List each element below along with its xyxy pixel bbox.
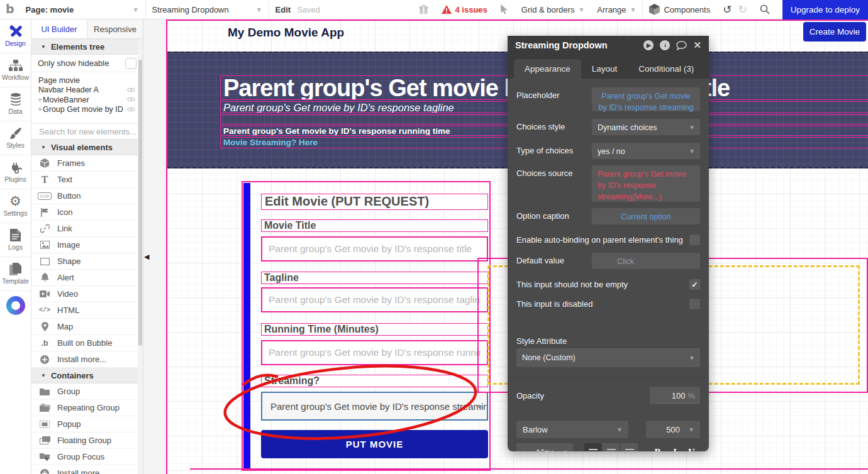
new-elements-search-input[interactable] [31, 123, 143, 140]
components-button[interactable]: Components [643, 0, 716, 19]
rail-item-workflow[interactable]: Workflow [0, 53, 31, 87]
element-selector[interactable]: Streaming Dropdown ▼ [146, 0, 269, 19]
upgrade-to-deploy-button[interactable]: Upgrade to deploy [782, 0, 868, 19]
rail-item-settings[interactable]: ⚙ Settings [0, 189, 31, 223]
type-of-choices-dropdown[interactable]: yes / no ▼ [592, 143, 700, 159]
put-movie-button[interactable]: PUT MOVIE [261, 430, 488, 458]
containers-header[interactable]: ▼ Containers [31, 368, 143, 383]
palette-item-button[interactable]: CLICK Button [31, 188, 143, 204]
option-caption-field[interactable]: Current option [592, 208, 700, 224]
palette-item-shape[interactable]: Shape [31, 253, 143, 270]
issues-indicator[interactable]: 4 issues [435, 0, 494, 19]
font-size-dropdown[interactable]: 16px ▼ [516, 443, 573, 451]
choices-style-dropdown[interactable]: Dynamic choices ▼ [592, 119, 700, 135]
property-editor-header[interactable]: Streaming Dropdown ▶ i ✕ [508, 36, 709, 55]
palette-item-link[interactable]: Link [31, 221, 143, 237]
tree-item-page-movie[interactable]: Page movie [31, 75, 143, 85]
eye-icon[interactable] [127, 106, 135, 113]
arrange-menu[interactable]: Arrange ▼ [591, 0, 642, 19]
tagline-input[interactable] [261, 287, 488, 312]
undo-button[interactable]: ↺ [716, 0, 738, 19]
create-movie-button[interactable]: Create Movie [803, 22, 866, 41]
tagline-label[interactable]: Tagline [261, 272, 488, 284]
comment-icon[interactable] [676, 41, 687, 50]
italic-button[interactable]: I [666, 443, 683, 451]
redo-button[interactable]: ↻ [738, 0, 753, 19]
visual-elements-header[interactable]: ▼ Visual elements [31, 140, 143, 155]
scrollbar-thumb[interactable] [138, 60, 142, 346]
rail-item-styles[interactable]: Styles [0, 121, 31, 155]
palette-item-group[interactable]: Group [31, 383, 143, 400]
cursor-tool-icon[interactable] [494, 0, 515, 19]
collapse-panel-arrow[interactable]: ◀ [144, 253, 149, 261]
app-title-text[interactable]: My Demo Movie App [228, 26, 344, 40]
rail-item-template[interactable]: Template [0, 257, 31, 291]
palette-item-frames[interactable]: Frames [31, 155, 143, 172]
elements-tree-header[interactable]: ▼ Elements tree [31, 39, 143, 55]
palette-item-alert[interactable]: Alert [31, 270, 143, 286]
form-heading-text[interactable]: Edit Movie (PUT REQUEST) [261, 194, 488, 210]
tab-appearance[interactable]: Appearance [514, 59, 581, 79]
eye-icon[interactable] [127, 87, 135, 93]
align-right-button[interactable] [621, 443, 638, 451]
page-selector[interactable]: Page: movie ▼ [19, 0, 145, 19]
style-attribute-dropdown[interactable]: None (Custom) ▼ [516, 348, 700, 367]
auto-binding-checkbox[interactable] [689, 234, 700, 245]
palette-item-floating-group[interactable]: Floating Group [31, 433, 143, 449]
align-center-button[interactable] [603, 443, 620, 451]
streaming-label[interactable]: Streaming? [261, 375, 488, 387]
underline-button[interactable]: U [683, 443, 700, 451]
palette-item-built-on-bubble[interactable]: .b Built on Bubble [31, 335, 143, 351]
opacity-input[interactable]: 100 % [650, 387, 700, 404]
bold-button[interactable]: B [649, 443, 666, 451]
align-left-button[interactable] [584, 443, 601, 451]
preview-icon[interactable]: ▶ [643, 40, 654, 50]
palette-item-install-more[interactable]: Install more... [31, 351, 143, 368]
palette-item-install-more-containers[interactable]: Install more... [31, 465, 143, 474]
search-button[interactable] [754, 0, 776, 19]
rail-item-logs[interactable]: Logs [0, 223, 31, 257]
eye-icon[interactable] [127, 96, 135, 102]
edit-mode-button[interactable]: Edit [269, 0, 298, 19]
tree-item-navbar-header[interactable]: Navbar Header A [31, 85, 143, 96]
palette-item-video[interactable]: Video [31, 286, 143, 302]
rail-item-design[interactable]: Design [0, 19, 31, 53]
close-icon[interactable]: ✕ [693, 40, 701, 51]
movie-title-label[interactable]: Movie Title [261, 219, 488, 232]
default-value-field[interactable]: Click [592, 253, 700, 269]
not-empty-checkbox[interactable]: ✓ [689, 279, 700, 290]
streaming-dropdown-select[interactable]: Parent group's Get movie by ID's respons… [261, 392, 488, 421]
tab-responsive[interactable]: Responsive [87, 19, 143, 38]
palette-item-map[interactable]: Map [31, 319, 143, 335]
rail-item-plugins[interactable]: Plugins [0, 155, 31, 189]
only-show-hideable-checkbox[interactable] [125, 58, 136, 69]
tree-item-moviebanner[interactable]: + MovieBanner [31, 95, 143, 105]
tab-layout[interactable]: Layout [581, 59, 628, 79]
palette-scrollbar[interactable] [138, 39, 143, 474]
grid-borders-menu[interactable]: Grid & borders ▼ [515, 0, 591, 19]
movie-title-input[interactable] [261, 236, 488, 262]
app-logo[interactable] [6, 296, 25, 315]
running-time-input[interactable] [261, 340, 488, 365]
palette-item-popup[interactable]: Popup [31, 416, 143, 433]
info-icon[interactable]: i [660, 40, 670, 50]
running-time-label[interactable]: Running Time (Minutes) [261, 323, 488, 336]
tree-item-group-get-movie[interactable]: + Group Get movie by ID [31, 105, 143, 115]
palette-item-text[interactable]: T Text [31, 172, 143, 188]
placeholder-value-field[interactable]: Parent group's Get movie by ID's respons… [592, 87, 700, 111]
palette-item-html[interactable]: </> HTML [31, 302, 143, 319]
tab-ui-builder[interactable]: UI Builder [31, 19, 87, 38]
palette-item-image[interactable]: Image [31, 237, 143, 253]
group-get-movie-by-id[interactable]: Edit Movie (PUT REQUEST) Movie Title Tag… [242, 181, 491, 471]
font-weight-dropdown[interactable]: 500 ▼ [646, 421, 700, 438]
palette-item-repeating-group[interactable]: Repeating Group [31, 400, 143, 416]
rail-item-data[interactable]: Data [0, 87, 31, 121]
font-family-dropdown[interactable]: Barlow ▼ [516, 421, 628, 438]
gift-icon[interactable] [412, 0, 435, 19]
tab-conditional[interactable]: Conditional (3) [628, 59, 704, 79]
disabled-checkbox[interactable] [689, 299, 700, 309]
palette-item-icon[interactable]: Icon [31, 204, 143, 221]
palette-item-group-focus[interactable]: Group Focus [31, 449, 143, 465]
choices-source-field[interactable]: Parent group's Get movie by ID's respons… [592, 165, 700, 202]
document-icon [10, 229, 21, 241]
